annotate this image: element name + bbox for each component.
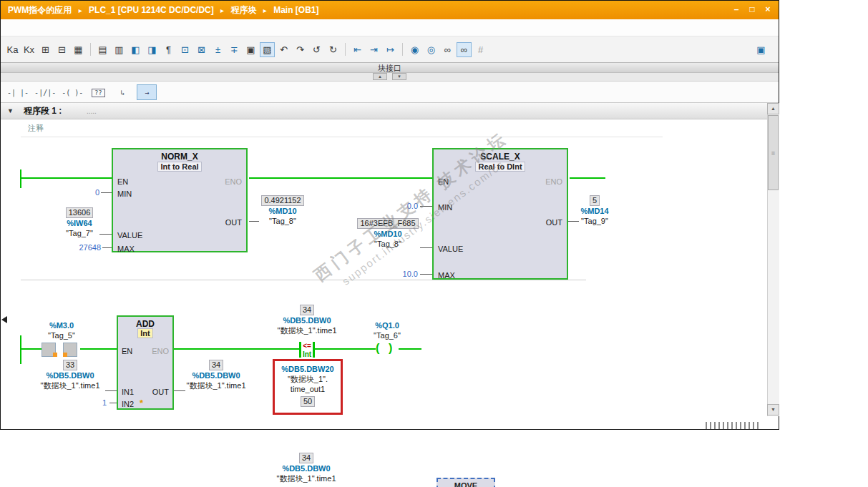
norm-x-type-dropdown[interactable]: Int to Real — [113, 162, 246, 172]
add-block[interactable]: ADD Int EN ENO IN1 IN2 OUT * — [117, 315, 174, 410]
operand-address[interactable]: %MD10 — [257, 206, 308, 216]
connection-icon[interactable]: # — [473, 42, 488, 57]
insert-box-icon[interactable]: ⊡ — [177, 42, 192, 57]
scale-out-operand[interactable]: 5 %MD14 "Tag_9" — [571, 195, 618, 226]
operand-address[interactable]: %DB5.DBW0 — [26, 370, 114, 380]
block-interface-bar[interactable]: 块接口 — [1, 63, 779, 73]
go-offline-icon[interactable]: ◎ — [424, 42, 439, 57]
favorite-open-branch-icon[interactable]: ↳ — [112, 84, 132, 100]
zoom-slider[interactable] — [706, 422, 761, 429]
layout-panel-icon[interactable]: ▣ — [754, 42, 769, 57]
coil-symbol[interactable]: ) — [389, 341, 392, 355]
scale-max-constant[interactable]: 10.0 — [388, 270, 418, 278]
operand-tag[interactable]: time_out1 — [275, 384, 341, 394]
operand-tag[interactable]: "数据块_1".time1 — [172, 380, 260, 390]
redo-icon[interactable]: ↷ — [293, 42, 308, 57]
collapse-operands-icon[interactable]: ∓ — [227, 42, 242, 57]
free-comment-icon[interactable]: ▧ — [260, 42, 275, 57]
network-collapse-icon[interactable]: ▼ — [7, 103, 14, 119]
splitter-grip-icon[interactable]: ≡ — [771, 149, 775, 157]
operand-tag[interactable]: "数据块_1".time1 — [264, 325, 350, 335]
insert-rung-icon[interactable]: ↦ — [383, 42, 398, 57]
favorite-empty-box-icon[interactable]: ?? — [88, 84, 108, 100]
right-pane-icon[interactable]: ◨ — [145, 42, 160, 57]
selection-mode-icon[interactable]: ▦ — [71, 42, 86, 57]
operand-address[interactable]: %Q1.0 — [366, 320, 409, 330]
scale-value-operand[interactable]: 16#3EFB_F685 %MD10 "Tag_8" — [354, 218, 421, 249]
expand-all-networks-icon[interactable]: ▤ — [95, 42, 110, 57]
breadcrumb-project[interactable]: PWM指令的应用 — [8, 5, 72, 15]
breadcrumb-program-blocks[interactable]: 程序块 — [230, 5, 256, 15]
undo-icon[interactable]: ↶ — [276, 42, 291, 57]
drag-handle[interactable] — [53, 353, 57, 357]
move-block-selected[interactable]: MOVE — [437, 478, 495, 487]
operand-tag[interactable]: "Tag_7" — [52, 228, 107, 238]
operand-address[interactable]: %DB5.DBW0 — [263, 463, 349, 473]
go-online-icon[interactable]: ◉ — [407, 42, 422, 57]
operand-address[interactable]: %MD10 — [354, 229, 421, 239]
operand-address[interactable]: %M3.0 — [40, 320, 83, 330]
norm-out-operand[interactable]: 0.4921152 %MD10 "Tag_8" — [257, 195, 308, 226]
add-type-dropdown[interactable]: Int — [118, 328, 172, 338]
contact-operand[interactable]: %M3.0 "Tag_5" — [40, 320, 83, 340]
cmp-type[interactable]: Int — [297, 350, 317, 358]
maximize-button[interactable]: □ — [746, 3, 759, 16]
operand-tag[interactable]: "数据块_1".time1 — [263, 473, 349, 483]
scale-x-block[interactable]: SCALE_X Real to DInt EN ENO MIN VALUE MA… — [432, 148, 568, 280]
favorite-no-contact-icon[interactable]: -| |- — [6, 84, 29, 100]
monitoring-toggle-icon[interactable]: ∞ — [457, 42, 472, 57]
coil-symbol[interactable]: ( — [376, 341, 379, 355]
operand-address[interactable]: %DB5.DBW20 — [275, 364, 341, 374]
operand-tag[interactable]: "Tag_6" — [366, 330, 409, 340]
insert-empty-box-icon[interactable]: ⊠ — [194, 42, 209, 57]
operand-tag[interactable]: "Tag_8" — [257, 216, 308, 226]
operand-address[interactable]: %IW64 — [52, 218, 107, 228]
cmp-top-operand[interactable]: 34 %DB5.DBW0 "数据块_1".time1 — [264, 305, 350, 335]
insert-branch-icon[interactable]: ⇤ — [350, 42, 365, 57]
operand-tag[interactable]: "Tag_5" — [40, 330, 83, 340]
interface-expand-button[interactable]: ▴ — [373, 73, 387, 80]
operand-tag[interactable]: "数据块_1".time1 — [26, 380, 114, 390]
network-comment[interactable]: 注释 — [28, 123, 44, 134]
interface-collapse-button[interactable]: ▾ — [392, 73, 406, 80]
close-branch-icon[interactable]: ⇥ — [366, 42, 381, 57]
delete-network-icon[interactable]: ⊟ — [54, 42, 69, 57]
no-contact-symbol[interactable] — [42, 343, 80, 357]
insert-network-icon[interactable]: ⊞ — [38, 42, 53, 57]
breadcrumb-main-ob1[interactable]: Main [OB1] — [273, 5, 318, 15]
scroll-up-button[interactable]: ▲ — [767, 103, 779, 114]
refresh-icon[interactable]: ↺ — [309, 42, 324, 57]
add-in1-operand[interactable]: 33 %DB5.DBW0 "数据块_1".time1 — [26, 360, 114, 390]
cmp-bottom-operand-highlight[interactable]: %DB5.DBW20 "数据块_1". time_out1 50 — [273, 359, 343, 415]
add-out-operand[interactable]: 34 %DB5.DBW0 "数据块_1".time1 — [172, 360, 260, 390]
operand-address[interactable]: %DB5.DBW0 — [264, 315, 350, 325]
norm-x-block[interactable]: NORM_X Int to Real EN ENO MIN VALUE MAX … — [112, 148, 248, 252]
scale-min-constant[interactable]: 0.0 — [389, 202, 418, 210]
monitoring-glasses-icon[interactable]: ∞ — [440, 42, 455, 57]
favorite-coil-icon[interactable]: -( )- — [61, 84, 84, 100]
scale-x-type-dropdown[interactable]: Real to DInt — [434, 162, 567, 172]
add-in2-constant[interactable]: 1 — [91, 398, 107, 407]
consistency-check-icon[interactable]: ↻ — [326, 42, 341, 57]
close-button[interactable]: × — [761, 3, 774, 16]
breadcrumb-plc[interactable]: PLC_1 [CPU 1214C DC/DC/DC] — [89, 5, 214, 15]
expand-operands-icon[interactable]: ± — [210, 42, 225, 57]
collapse-all-networks-icon[interactable]: ▥ — [112, 42, 127, 57]
operand-address[interactable]: %MD14 — [571, 206, 618, 216]
favorite-nc-contact-icon[interactable]: -|/|- — [34, 84, 57, 100]
norm-max-constant[interactable]: 27648 — [69, 243, 101, 252]
rung3-operand[interactable]: 34 %DB5.DBW0 "数据块_1".time1 — [263, 453, 349, 483]
favorites-pane-icon[interactable]: ▣ — [243, 42, 258, 57]
left-pane-icon[interactable]: ◧ — [128, 42, 143, 57]
scroll-down-button[interactable]: ▼ — [767, 404, 779, 415]
favorite-jump-icon[interactable]: → — [137, 84, 157, 100]
operand-tag[interactable]: "Tag_8" — [354, 239, 421, 249]
network-header[interactable]: ▼ 程序段 1 : ..... — [1, 103, 779, 119]
drag-handle[interactable] — [63, 353, 67, 357]
norm-value-operand[interactable]: 13606 %IW64 "Tag_7" — [52, 207, 107, 238]
insert-parameter-icon[interactable]: * — [140, 399, 143, 408]
cmp-operator[interactable]: <= — [297, 342, 317, 350]
operand-tag[interactable]: "数据块_1". — [275, 374, 341, 384]
norm-min-constant[interactable]: 0 — [72, 188, 99, 197]
scrollbar-thumb[interactable]: ≡ — [768, 115, 779, 190]
